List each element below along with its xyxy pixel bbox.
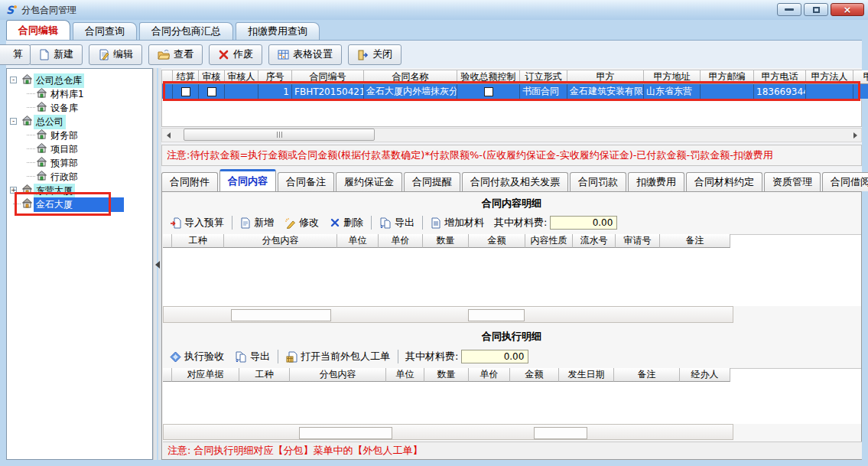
column-header[interactable]: 工种 <box>172 234 224 248</box>
column-header[interactable]: 合同编号 <box>292 70 364 84</box>
collapse-icon[interactable]: - <box>10 118 17 125</box>
edit-icon <box>98 49 109 60</box>
column-header[interactable]: 金额 <box>510 368 559 382</box>
tab-contract-query[interactable]: 合同查询 <box>73 22 137 40</box>
dtab-withholding[interactable]: 扣缴费用 <box>628 172 684 191</box>
view-button[interactable]: 查看 <box>148 44 203 65</box>
column-header[interactable]: 甲方地址 <box>644 70 701 84</box>
tree-item-label: 设备库 <box>48 101 80 116</box>
add-material-button[interactable]: 增加材料 <box>425 214 489 231</box>
table-settings-button[interactable]: 表格设置 <box>268 44 342 65</box>
column-header[interactable]: 经办人 <box>680 368 730 382</box>
content-area: 结算 审核 审核人 序号 合同编号 合同名称 验收总额控制 订立形式 甲方 甲方… <box>161 68 862 460</box>
column-header[interactable]: 备注 <box>614 368 680 382</box>
column-header[interactable]: 工种 <box>239 368 290 382</box>
close-form-button[interactable]: 关闭 <box>348 44 401 65</box>
column-header[interactable]: 序号 <box>258 70 292 84</box>
dtab-material-agreement[interactable]: 合同材料约定 <box>686 172 762 191</box>
tab-subcontractor-summary[interactable]: 合同分包商汇总 <box>139 22 233 40</box>
scrollbar-track[interactable] <box>174 129 849 142</box>
toolbar: 算 新建 编辑 查看 作废 表格设置 关闭 <box>6 41 862 68</box>
tree-item-label-selected: 金石大厦 <box>34 197 124 212</box>
contract-row-selected[interactable]: 1 FBHT2015042101 金石大厦内外墙抹灰分 书面合同 金石建筑安装有… <box>162 84 868 99</box>
column-header[interactable]: 审请号 <box>616 234 660 248</box>
dtab-payment-invoices[interactable]: 合同付款及相关发票 <box>462 172 568 191</box>
column-header[interactable]: 验收总额控制 <box>457 70 520 84</box>
acceptance-control-checkbox[interactable] <box>484 87 493 96</box>
column-header[interactable]: 流水号 <box>573 234 616 248</box>
column-header[interactable]: 金额 <box>469 234 525 248</box>
settle-checkbox[interactable] <box>181 87 190 96</box>
green-house-icon <box>37 143 47 155</box>
tab-contract-edit[interactable]: 合同编辑 <box>6 20 70 40</box>
modify-button[interactable]: 修改 <box>279 214 324 231</box>
import-budget-button[interactable]: 导入预算 <box>164 214 229 231</box>
auditor-cell <box>225 84 258 99</box>
dtab-reminder[interactable]: 合同提醒 <box>404 172 460 191</box>
column-header[interactable]: 分包内容 <box>224 234 337 248</box>
column-header[interactable]: 订立形式 <box>520 70 567 84</box>
export-button[interactable]: 导出 <box>374 214 420 231</box>
calc-button[interactable]: 算 <box>0 44 31 65</box>
new-doc-icon <box>38 49 50 60</box>
workspace: - 公司总仓库 材料库1 设备库 - 总公司 财 <box>6 68 862 460</box>
execution-material-fee-field[interactable]: 0.00 <box>461 350 528 363</box>
expand-icon[interactable]: + <box>10 187 17 194</box>
scroll-left-button[interactable] <box>162 129 174 142</box>
edit-button[interactable]: 编辑 <box>89 44 142 65</box>
delete-button[interactable]: 删除 <box>324 214 369 231</box>
restore-button[interactable] <box>804 3 828 16</box>
open-labor-order-button[interactable]: 打开当前外包人工单 <box>281 348 395 365</box>
summary-field <box>231 309 331 321</box>
dtab-content[interactable]: 合同内容 <box>219 169 276 191</box>
horizontal-scrollbar[interactable] <box>161 128 862 142</box>
column-header[interactable]: 甲方电话 <box>754 70 806 84</box>
material-fee-field[interactable]: 0.00 <box>550 216 617 230</box>
content-summary-bar <box>163 306 733 323</box>
settle-checkbox-cell <box>173 84 199 99</box>
column-header[interactable]: 单价 <box>469 368 510 382</box>
splitter[interactable] <box>153 68 161 460</box>
dtab-penalty[interactable]: 合同罚款 <box>570 172 626 191</box>
column-header[interactable]: 单价 <box>379 234 423 248</box>
column-header[interactable]: 数量 <box>424 368 469 382</box>
form-cell: 书面合同 <box>520 84 567 99</box>
content-section-toolbar: 导入预算 新增 修改 删除 <box>164 213 617 232</box>
column-header[interactable]: 甲方法人 <box>806 70 853 84</box>
column-header[interactable]: 单位 <box>337 234 379 248</box>
collapse-panel-arrow-icon[interactable] <box>155 261 160 269</box>
scroll-right-button[interactable] <box>849 129 861 142</box>
column-header[interactable]: 备注 <box>660 234 730 248</box>
new-button[interactable]: 新建 <box>29 44 83 65</box>
green-house-icon <box>37 102 47 114</box>
column-header[interactable]: 分包内容 <box>290 368 386 382</box>
column-header[interactable]: 审核人 <box>225 70 258 84</box>
column-header[interactable]: 审核 <box>199 70 225 84</box>
column-header[interactable]: 甲方 <box>567 70 644 84</box>
column-header[interactable]: 内容性质 <box>525 234 573 248</box>
dtab-performance-bond[interactable]: 履约保证金 <box>336 172 402 191</box>
execute-accept-button[interactable]: 执行验收 <box>164 348 229 365</box>
dtab-qualification[interactable]: 资质管理 <box>764 172 821 191</box>
scrollbar-thumb[interactable] <box>184 129 375 141</box>
void-button[interactable]: 作废 <box>209 44 262 65</box>
blue-x-icon <box>330 217 340 228</box>
column-header[interactable]: 结算 <box>173 70 199 84</box>
dtab-borrowing[interactable]: 合同借阅 <box>822 172 868 191</box>
collapse-icon[interactable]: - <box>10 77 17 83</box>
add-row-button[interactable]: 新增 <box>235 214 279 231</box>
column-header[interactable]: 合同名称 <box>364 70 457 84</box>
tab-withholding-query[interactable]: 扣缴费用查询 <box>236 22 320 40</box>
column-header[interactable]: 数量 <box>423 234 469 248</box>
minimize-button[interactable] <box>777 3 801 16</box>
column-header[interactable]: 发生日期 <box>559 368 614 382</box>
column-header[interactable]: 单位 <box>386 368 424 382</box>
column-header[interactable]: 甲方邮编 <box>701 70 754 84</box>
column-header[interactable]: 对应单据 <box>172 368 239 382</box>
dtab-remarks[interactable]: 合同备注 <box>278 172 334 191</box>
close-button[interactable]: × <box>831 3 864 16</box>
export-execution-button[interactable]: 导出 <box>229 348 275 365</box>
dtab-attachments[interactable]: 合同附件 <box>161 172 218 191</box>
audit-checkbox[interactable] <box>207 87 216 96</box>
column-header[interactable]: 甲方 <box>853 70 868 84</box>
